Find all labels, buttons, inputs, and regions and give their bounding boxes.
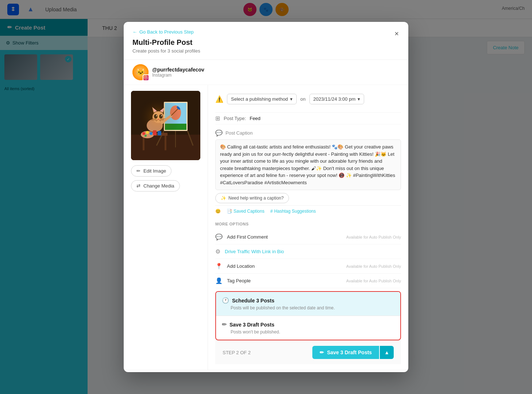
instagram-avatar: 🐱 — [132, 64, 149, 80]
hashtag-icon: # — [270, 209, 273, 214]
profile-info: @purrfectdaycafecov Instagram — [152, 67, 400, 78]
caption-header: 💬 Post Caption — [215, 130, 401, 136]
step-label: STEP 2 OF 2 — [223, 350, 251, 355]
modal-main-content: ✏ Edit Image ⇄ Change Media ⚠️ Select a … — [124, 85, 408, 370]
modal-title: Multi-Profile Post — [132, 38, 400, 47]
footer-buttons: ✏ Save 3 Draft Posts ▲ — [312, 346, 394, 359]
back-arrow-icon: ← — [132, 29, 137, 35]
close-button[interactable]: × — [391, 28, 402, 39]
tag-people-row[interactable]: 👤 Tag People Available for Auto Publish … — [215, 274, 401, 288]
caption-label: Post Caption — [225, 130, 252, 136]
schedule-option-desc: Posts will be published on the selected … — [222, 305, 394, 310]
save-draft-option[interactable]: ✏ Save 3 Draft Posts Posts won't be publ… — [216, 316, 400, 340]
add-first-comment-row[interactable]: 💬 Add First Comment Available for Auto P… — [215, 230, 401, 244]
profile-platform: Instagram — [152, 73, 400, 78]
tag-people-label: Tag People — [227, 278, 251, 283]
modal: ← Go Back to Previous Step Multi-Profile… — [124, 22, 408, 372]
image-actions: ✏ Edit Image ⇄ Change Media — [131, 165, 200, 192]
change-media-icon: ⇄ — [136, 183, 140, 189]
post-type-value: Feed — [250, 116, 261, 121]
publish-method-dropdown: 🕐 Schedule 3 Posts Posts will be publish… — [215, 291, 401, 340]
link-icon: ⚙ — [215, 248, 220, 255]
caption-section: 💬 Post Caption 🎨 Calling all cat-tastic … — [215, 130, 401, 217]
saved-captions-tool[interactable]: 📑 Saved Captions — [227, 209, 265, 214]
svg-point-3 — [145, 77, 146, 78]
modal-header: ← Go Back to Previous Step Multi-Profile… — [124, 22, 408, 60]
draft-option-title: ✏ Save 3 Draft Posts — [222, 321, 394, 328]
save-dropdown-button[interactable]: ▲ — [380, 346, 394, 359]
svg-point-4 — [146, 77, 147, 77]
emoji-icon: 😊 — [215, 209, 221, 214]
post-image — [131, 91, 200, 160]
publishing-row: ⚠️ Select a publishing method ▾ on 2023/… — [215, 91, 401, 107]
warning-icon: ⚠️ — [215, 95, 223, 103]
grid-icon: ⊞ — [215, 115, 220, 122]
settings-section: ⚠️ Select a publishing method ▾ on 2023/… — [208, 85, 408, 370]
add-location-available: Available for Auto Publish Only — [346, 264, 401, 269]
add-location-label: Add Location — [227, 263, 255, 269]
chevron-down-icon: ▾ — [290, 96, 293, 102]
save-icon: ✏ — [320, 349, 324, 355]
svg-rect-16 — [143, 136, 144, 150]
caption-icon: 💬 — [215, 130, 223, 136]
drive-traffic-row[interactable]: ⚙ Drive Traffic With Link in Bio — [215, 244, 401, 259]
tag-icon: 👤 — [215, 277, 223, 284]
date-chevron-icon: ▾ — [358, 96, 360, 102]
clock-icon: 🕐 — [222, 297, 229, 304]
profile-name: @purrfectdaycafecov — [152, 67, 400, 73]
svg-point-42 — [136, 95, 180, 139]
modal-footer: STEP 2 OF 2 ✏ Save 3 Draft Posts ▲ — [215, 340, 401, 364]
edit-image-button[interactable]: ✏ Edit Image — [131, 165, 171, 177]
hashtag-tool[interactable]: # Hashtag Suggestions — [270, 209, 316, 214]
draft-pencil-icon: ✏ — [222, 321, 227, 328]
publish-method-select[interactable]: Select a publishing method ▾ — [227, 94, 297, 104]
add-location-row[interactable]: 📍 Add Location Available for Auto Publis… — [215, 259, 401, 274]
add-first-comment-label: Add First Comment — [227, 234, 268, 240]
post-type-row: ⊞ Post Type: Feed — [215, 112, 401, 124]
more-options-label: MORE OPTIONS — [215, 222, 401, 226]
emoji-tool[interactable]: 😊 — [215, 209, 221, 214]
save-draft-button[interactable]: ✏ Save 3 Draft Posts — [312, 346, 379, 359]
bookmark-icon: 📑 — [227, 209, 232, 214]
instagram-profile-row: 🐱 @purrfectdaycafecov Instagram — [124, 60, 408, 85]
back-link[interactable]: ← Go Back to Previous Step — [132, 29, 400, 35]
schedule-option-title: 🕐 Schedule 3 Posts — [222, 297, 394, 304]
location-icon: 📍 — [215, 263, 223, 270]
caption-toolbar: 😊 📑 Saved Captions # Hashtag Suggestions — [215, 205, 401, 217]
edit-icon: ✏ — [136, 168, 140, 174]
ai-icon: ✨ — [221, 196, 226, 201]
tag-people-available: Available for Auto Publish Only — [346, 279, 401, 283]
drive-traffic-label: Drive Traffic With Link in Bio — [225, 249, 284, 254]
draft-option-desc: Posts won't be published. — [222, 329, 394, 335]
caption-text[interactable]: 🎨 Calling all cat-tastic artists and fel… — [215, 139, 401, 190]
instagram-badge — [143, 74, 149, 81]
modal-overlay: ← Go Back to Previous Step Multi-Profile… — [0, 0, 532, 394]
comment-icon: 💬 — [215, 233, 223, 240]
modal-subtitle: Create posts for 3 social profiles — [132, 48, 400, 54]
image-section: ✏ Edit Image ⇄ Change Media — [124, 85, 208, 370]
schedule-posts-option[interactable]: 🕐 Schedule 3 Posts Posts will be publish… — [216, 292, 400, 316]
on-label: on — [300, 96, 305, 102]
ai-helper-button[interactable]: ✨ Need help writing a caption? — [215, 193, 289, 203]
svg-rect-2 — [144, 76, 147, 79]
linkedin-profile-row: 👩 in deanna-mclean-6ba675... LinkedIn 🗑 — [124, 370, 408, 372]
post-type-label: Post Type: — [224, 116, 246, 121]
change-media-button[interactable]: ⇄ Change Media — [131, 180, 180, 192]
date-select[interactable]: 2023/11/24 3:00 pm ▾ — [309, 94, 365, 104]
add-first-comment-available: Available for Auto Publish Only — [346, 235, 401, 239]
